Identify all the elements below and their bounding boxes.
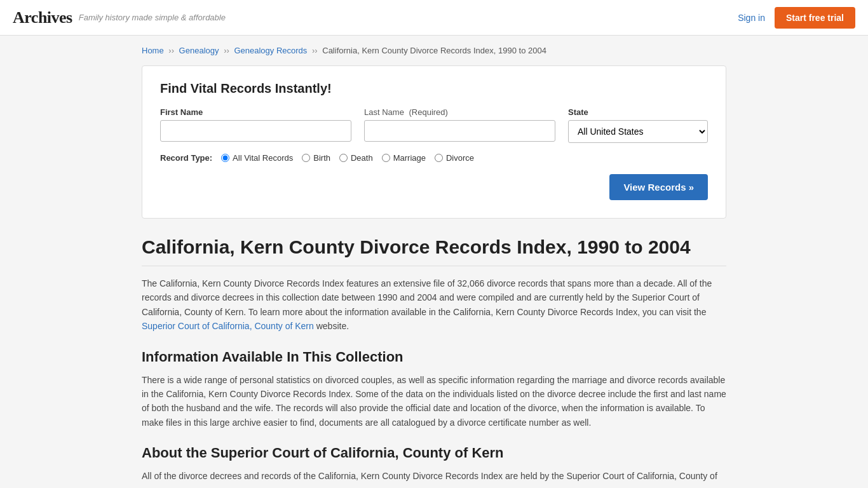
start-trial-button[interactable]: Start free trial <box>775 7 855 29</box>
state-select[interactable]: All United States Alabama Alaska Arizona… <box>568 120 708 143</box>
search-title: Find Vital Records Instantly! <box>160 81 708 96</box>
breadcrumb-current: California, Kern County Divorce Records … <box>322 46 546 55</box>
radio-death-input[interactable] <box>339 154 348 162</box>
radio-marriage-input[interactable] <box>382 154 390 162</box>
record-type-label: Record Type: <box>160 153 212 163</box>
first-name-input[interactable] <box>160 120 351 142</box>
info-section-title: Information Available In This Collection <box>142 349 726 365</box>
last-name-input[interactable] <box>364 120 555 142</box>
radio-death[interactable]: Death <box>339 153 373 163</box>
radio-marriage-label: Marriage <box>393 153 426 163</box>
header-left: Archives Family history made simple & af… <box>13 8 226 27</box>
sign-in-link[interactable]: Sign in <box>738 13 765 23</box>
header-right: Sign in Start free trial <box>738 7 855 29</box>
record-type-row: Record Type: All Vital Records Birth Dea… <box>160 153 708 163</box>
breadcrumb-genealogy[interactable]: Genealogy <box>179 46 219 55</box>
first-name-label: First Name <box>160 107 351 117</box>
site-tagline: Family history made simple & affordable <box>79 13 226 22</box>
radio-birth-input[interactable] <box>302 154 310 162</box>
description-text-1: The California, Kern County Divorce Reco… <box>142 278 712 317</box>
radio-all-vital-input[interactable] <box>221 154 229 162</box>
radio-birth-label: Birth <box>313 153 330 163</box>
description-text-1-end: website. <box>316 321 349 331</box>
radio-all-vital-label: All Vital Records <box>233 153 293 163</box>
radio-divorce-label: Divorce <box>446 153 474 163</box>
site-logo: Archives <box>13 8 72 27</box>
about-section-text: All of the divorce decrees and records o… <box>142 469 726 483</box>
breadcrumb-sep-3: ›› <box>312 46 318 55</box>
breadcrumb-sep-1: ›› <box>168 46 174 55</box>
last-name-required: (Required) <box>409 107 448 117</box>
state-label: State <box>568 107 708 117</box>
radio-birth[interactable]: Birth <box>302 153 330 163</box>
radio-all-vital[interactable]: All Vital Records <box>221 153 293 163</box>
radio-divorce[interactable]: Divorce <box>435 153 474 163</box>
name-fields-row: First Name Last Name (Required) State Al… <box>160 107 708 143</box>
about-section-title: About the Superior Court of California, … <box>142 445 726 461</box>
breadcrumb-home[interactable]: Home <box>142 46 164 55</box>
view-records-button[interactable]: View Records » <box>609 174 708 200</box>
state-group: State All United States Alabama Alaska A… <box>568 107 708 143</box>
view-records-row: View Records » <box>160 174 708 200</box>
page-description-1: The California, Kern County Divorce Reco… <box>142 276 726 334</box>
radio-divorce-input[interactable] <box>435 154 443 162</box>
site-header: Archives Family history made simple & af… <box>0 0 868 36</box>
breadcrumb: Home ›› Genealogy ›› Genealogy Records ›… <box>142 46 726 55</box>
court-link[interactable]: Superior Court of California, County of … <box>142 321 314 331</box>
radio-marriage[interactable]: Marriage <box>382 153 426 163</box>
info-section-text: There is a wide range of personal statis… <box>142 373 726 430</box>
radio-death-label: Death <box>351 153 373 163</box>
search-box: Find Vital Records Instantly! First Name… <box>142 65 726 219</box>
page-content: California, Kern County Divorce Records … <box>142 236 726 484</box>
last-name-label: Last Name (Required) <box>364 107 555 117</box>
last-name-group: Last Name (Required) <box>364 107 555 143</box>
first-name-group: First Name <box>160 107 351 143</box>
main-content: Home ›› Genealogy ›› Genealogy Records ›… <box>129 36 739 488</box>
breadcrumb-genealogy-records[interactable]: Genealogy Records <box>234 46 307 55</box>
breadcrumb-sep-2: ›› <box>224 46 229 55</box>
page-title: California, Kern County Divorce Records … <box>142 236 726 266</box>
